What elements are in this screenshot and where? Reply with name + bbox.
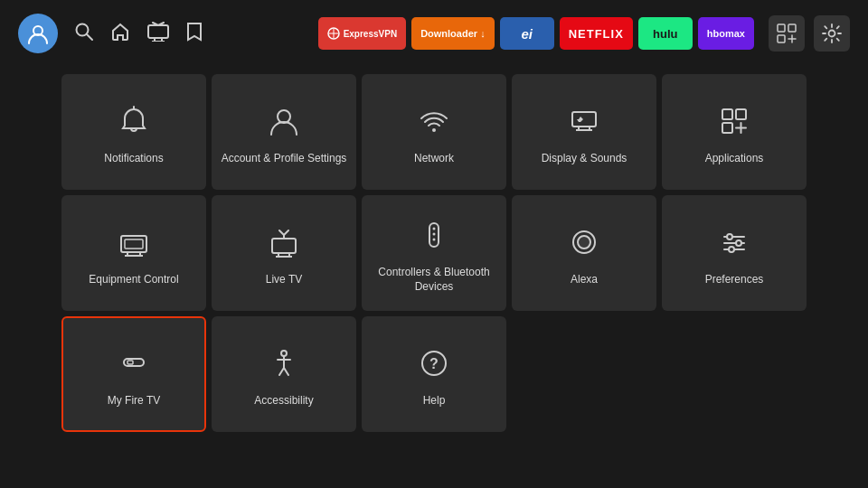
preferences-icon [717, 221, 751, 264]
grid-item-account[interactable]: Account & Profile Settings [212, 74, 356, 190]
svg-rect-23 [722, 109, 732, 119]
notifications-label: Notifications [104, 152, 163, 166]
grid-item-my-fire-tv[interactable]: My Fire TV [61, 316, 206, 432]
grid-item-help[interactable]: ? Help [362, 316, 506, 432]
grid-item-live-tv[interactable]: Live TV [212, 195, 356, 311]
svg-rect-10 [778, 24, 785, 32]
tv-nav-icon[interactable] [146, 22, 170, 46]
grid-item-network[interactable]: Network [362, 74, 506, 190]
grid-item-preferences[interactable]: Preferences [662, 195, 807, 311]
network-icon [417, 99, 451, 143]
home-nav-icon[interactable] [110, 22, 130, 46]
notifications-icon [117, 99, 151, 143]
svg-line-56 [284, 368, 288, 375]
account-label: Account & Profile Settings [222, 152, 347, 166]
avatar[interactable] [18, 14, 58, 53]
help-label: Help [423, 394, 446, 408]
svg-line-2 [87, 34, 92, 40]
header-apps: ExpressVPN Downloader ↓ ei NETFLIX hulu … [318, 17, 754, 50]
settings-grid: Notifications Account & Profile Settings [61, 74, 807, 432]
svg-rect-24 [736, 109, 746, 119]
grid-item-applications[interactable]: Applications [662, 74, 807, 190]
accessibility-icon [267, 342, 301, 385]
svg-point-40 [433, 233, 436, 236]
grid-item-equipment[interactable]: Equipment Control [61, 195, 206, 311]
settings-main: Notifications Account & Profile Settings [0, 67, 868, 439]
grid-item-controllers[interactable]: Controllers & Bluetooth Devices [362, 195, 506, 311]
display-sounds-label: Display & Sounds [542, 152, 627, 166]
svg-text:?: ? [429, 356, 439, 371]
network-label: Network [414, 152, 454, 166]
svg-rect-3 [148, 25, 168, 38]
svg-point-47 [727, 234, 732, 239]
equipment-label: Equipment Control [89, 273, 178, 287]
grid-item-alexa[interactable]: Alexa [512, 195, 656, 311]
hbomax-app[interactable]: hbomax [698, 17, 754, 50]
grid-item-display-sounds[interactable]: Display & Sounds [512, 74, 656, 190]
svg-rect-34 [272, 239, 296, 253]
svg-rect-29 [125, 239, 143, 249]
header-right [769, 15, 850, 52]
alexa-label: Alexa [571, 273, 598, 287]
controllers-label: Controllers & Bluetooth Devices [369, 266, 499, 294]
svg-rect-19 [572, 112, 596, 127]
svg-point-39 [433, 228, 436, 230]
account-icon [267, 99, 301, 143]
my-fire-tv-label: My Fire TV [108, 394, 160, 408]
expressvpn-app[interactable]: ExpressVPN [318, 17, 406, 50]
controllers-icon [417, 213, 451, 257]
my-fire-tv-icon [117, 342, 151, 385]
grid-item-notifications[interactable]: Notifications [61, 74, 206, 190]
header-left [18, 14, 304, 53]
svg-point-15 [829, 31, 835, 37]
live-tv-icon [267, 221, 301, 264]
equipment-icon [117, 221, 151, 264]
svg-point-43 [578, 236, 590, 249]
accessibility-label: Accessibility [254, 394, 313, 408]
svg-point-49 [729, 247, 734, 252]
downloader-app[interactable]: Downloader ↓ [411, 17, 495, 50]
svg-point-17 [278, 110, 290, 123]
hulu-app[interactable]: hulu [638, 17, 693, 50]
svg-point-18 [432, 128, 436, 132]
applications-icon [717, 99, 751, 143]
svg-rect-12 [778, 35, 785, 42]
help-icon: ? [417, 342, 451, 385]
svg-rect-25 [722, 123, 732, 133]
display-sounds-icon [567, 99, 601, 143]
add-apps-icon[interactable] [769, 15, 805, 52]
svg-rect-11 [788, 24, 796, 32]
bookmark-nav-icon[interactable] [186, 22, 203, 46]
settings-gear-icon[interactable] [814, 15, 850, 52]
svg-line-55 [279, 368, 284, 375]
svg-point-48 [736, 240, 741, 246]
alexa-icon [567, 221, 601, 264]
app-container: ExpressVPN Downloader ↓ ei NETFLIX hulu … [0, 0, 868, 439]
netflix-app[interactable]: NETFLIX [560, 17, 633, 50]
svg-rect-51 [127, 361, 133, 364]
empty-cell-2 [662, 316, 807, 432]
svg-point-41 [433, 239, 436, 241]
live-tv-label: Live TV [266, 273, 302, 287]
applications-label: Applications [705, 152, 764, 166]
preferences-label: Preferences [705, 273, 764, 287]
header: ExpressVPN Downloader ↓ ei NETFLIX hulu … [0, 0, 868, 67]
browser-app[interactable]: ei [500, 17, 554, 50]
empty-cell-1 [512, 316, 656, 432]
search-nav-icon[interactable] [74, 22, 94, 46]
grid-item-accessibility[interactable]: Accessibility [212, 316, 356, 432]
